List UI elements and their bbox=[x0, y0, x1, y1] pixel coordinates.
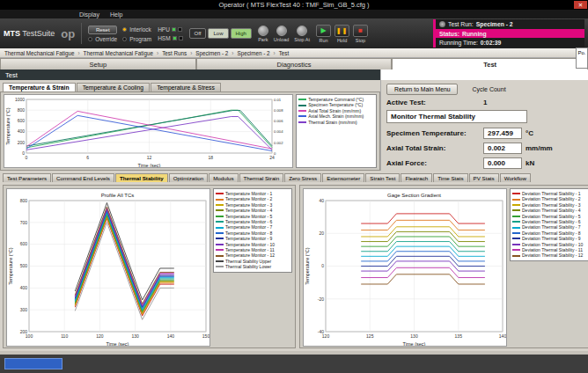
hold-button[interactable]: ❚❚ Hold bbox=[334, 25, 349, 43]
profile-all-tcs-chart: 100110120130140150200300400500600700800T… bbox=[6, 188, 210, 347]
svg-text:40: 40 bbox=[319, 198, 324, 203]
monitor-tab[interactable]: Workflow bbox=[500, 173, 531, 182]
signal-subtabs: Temperature & StrainTemperature & Coolin… bbox=[0, 80, 380, 91]
svg-text:0.002: 0.002 bbox=[274, 141, 283, 145]
section-bar: Test bbox=[0, 69, 588, 80]
breadcrumb-item[interactable]: Thermal Mechanical Fatigue bbox=[84, 50, 163, 56]
close-icon[interactable]: ✕ bbox=[574, 1, 587, 9]
menu-help[interactable]: Help bbox=[110, 11, 122, 18]
park-button[interactable]: Park bbox=[258, 26, 268, 42]
svg-text:-20: -20 bbox=[318, 296, 324, 302]
breadcrumb-item[interactable]: Thermal Mechanical Fatigue bbox=[4, 50, 84, 56]
menu-display[interactable]: Display bbox=[79, 11, 99, 18]
axial-force-unit: kN bbox=[526, 159, 534, 167]
svg-text:-40: -40 bbox=[318, 329, 324, 334]
monitor-tab[interactable]: Fleatrach bbox=[401, 173, 432, 182]
cycle-count-label: Cycle Count bbox=[472, 86, 505, 92]
hold-icon: ❚❚ bbox=[336, 27, 349, 34]
footer-bar bbox=[0, 355, 588, 373]
override-toggle[interactable]: Override bbox=[88, 36, 117, 42]
monitor-tab[interactable]: Test Parameters bbox=[3, 173, 51, 182]
monitor-tab[interactable]: Modulus bbox=[209, 173, 238, 182]
stop-label: Stop bbox=[356, 38, 365, 43]
stop-at-button[interactable]: Stop At bbox=[294, 26, 310, 42]
svg-text:140: 140 bbox=[499, 333, 507, 339]
svg-text:Time (sec): Time (sec) bbox=[403, 341, 426, 347]
hsm-led2-icon bbox=[179, 36, 183, 40]
run-icon: ▶ bbox=[320, 26, 326, 34]
monitor-tab[interactable]: Strain Test bbox=[365, 173, 400, 182]
monitor-tab[interactable]: Thermal Strain bbox=[239, 173, 284, 182]
svg-text:0: 0 bbox=[321, 263, 324, 268]
test-run-value: Specimen - 2 bbox=[476, 21, 513, 27]
collapsed-side-tab[interactable]: Po. bbox=[576, 48, 588, 69]
run-button[interactable]: ▶ Run bbox=[316, 25, 331, 43]
svg-text:120: 120 bbox=[322, 333, 330, 339]
program-led-icon bbox=[122, 37, 127, 41]
monitor-tab[interactable]: PV Stats bbox=[469, 173, 499, 182]
specimen-temperature-unit: °C bbox=[526, 129, 533, 137]
monitor-tab[interactable]: Thermal Stability bbox=[115, 173, 168, 182]
power-buttons: Off Low High bbox=[189, 28, 252, 39]
temperature-strain-legend: Temperature Command (°C)Specimen Tempera… bbox=[296, 94, 377, 168]
svg-text:200: 200 bbox=[20, 329, 28, 334]
svg-text:Time (sec): Time (sec) bbox=[138, 163, 161, 168]
hpu-row: HPU bbox=[158, 26, 182, 33]
monitor-tab[interactable]: Time Stats bbox=[433, 173, 467, 182]
interlock-indicator: Interlock bbox=[122, 26, 151, 33]
running-time-label: Running Time: bbox=[439, 40, 478, 46]
unload-icon bbox=[276, 26, 287, 36]
tab-setup[interactable]: Setup bbox=[0, 58, 196, 69]
test-run-label: Test Run: bbox=[448, 21, 474, 27]
actuator-controls: Park Unload Stop At bbox=[258, 26, 310, 42]
window-titlebar: Operator ( MTS FlexTest 40 : TMF_Sim_GB_… bbox=[0, 0, 588, 10]
svg-text:125: 125 bbox=[366, 333, 374, 339]
tab-test[interactable]: Test bbox=[392, 58, 588, 69]
breadcrumb-item[interactable]: Specimen - 2 bbox=[195, 50, 237, 56]
unload-label: Unload bbox=[274, 37, 289, 42]
legend-entry: Thermal Stability Lower bbox=[216, 264, 290, 269]
stop-button[interactable]: ■ Stop bbox=[353, 25, 368, 43]
subtab[interactable]: Temperature & Strain bbox=[3, 83, 76, 91]
footer-blue-panel[interactable] bbox=[4, 358, 62, 369]
signal-chart-section: Temperature & StrainTemperature & Coolin… bbox=[0, 80, 380, 171]
svg-text:0.004: 0.004 bbox=[274, 129, 283, 134]
hsm-led-icon bbox=[173, 36, 177, 40]
svg-text:600: 600 bbox=[20, 241, 28, 246]
svg-text:Gage Section Gradient: Gage Section Gradient bbox=[387, 193, 441, 198]
power-high-button[interactable]: High bbox=[231, 28, 252, 39]
section-filler bbox=[380, 69, 588, 80]
svg-text:1000: 1000 bbox=[15, 97, 25, 102]
reset-button[interactable]: Reset bbox=[88, 26, 117, 34]
monitor-tab[interactable]: Optimization bbox=[169, 173, 208, 182]
gage-section-gradient-chart: 120125130135140-40-2002040Time (sec)Temp… bbox=[303, 188, 507, 347]
svg-text:0: 0 bbox=[274, 151, 276, 156]
svg-text:20: 20 bbox=[319, 230, 324, 236]
legend-entry: Deviation Thermal Stability - 12 bbox=[512, 252, 586, 258]
running-time-row: Running Time: 0:02:39 bbox=[436, 38, 584, 48]
run-controls: ▶ Run ❚❚ Hold ■ Stop bbox=[316, 25, 368, 43]
breadcrumb-item[interactable]: Specimen - 2 bbox=[237, 50, 278, 56]
svg-text:700: 700 bbox=[20, 220, 28, 225]
subtab[interactable]: Temperature & Cooling bbox=[77, 83, 151, 91]
monitor-tab[interactable]: Command End Levels bbox=[52, 173, 114, 182]
svg-text:Profile All TCs: Profile All TCs bbox=[101, 193, 135, 198]
monitor-tab[interactable]: Zero Stress bbox=[284, 173, 321, 182]
svg-text:0: 0 bbox=[26, 155, 28, 160]
return-to-main-menu-button[interactable]: Return to Main Menu bbox=[386, 84, 458, 95]
power-off-button[interactable]: Off bbox=[189, 28, 207, 39]
breadcrumb-item[interactable]: Test bbox=[279, 50, 290, 56]
running-time-value: 0:02:39 bbox=[481, 40, 501, 46]
tab-diagnostics[interactable]: Diagnostics bbox=[196, 58, 393, 69]
power-low-button[interactable]: Low bbox=[208, 28, 228, 39]
svg-text:0.006: 0.006 bbox=[274, 119, 283, 123]
hpu-led-icon bbox=[172, 27, 176, 32]
svg-text:140: 140 bbox=[167, 333, 175, 339]
program-toggle[interactable]: Program bbox=[122, 36, 151, 42]
monitor-tab[interactable]: Extensometer bbox=[322, 173, 364, 182]
breadcrumb-item[interactable]: Test Runs bbox=[162, 50, 195, 56]
subtab[interactable]: Temperature & Stress bbox=[151, 83, 221, 91]
svg-text:130: 130 bbox=[131, 333, 139, 339]
unload-button[interactable]: Unload bbox=[274, 26, 289, 42]
temperature-strain-chart: 061218240200400600800100000.0020.0040.00… bbox=[4, 94, 293, 168]
